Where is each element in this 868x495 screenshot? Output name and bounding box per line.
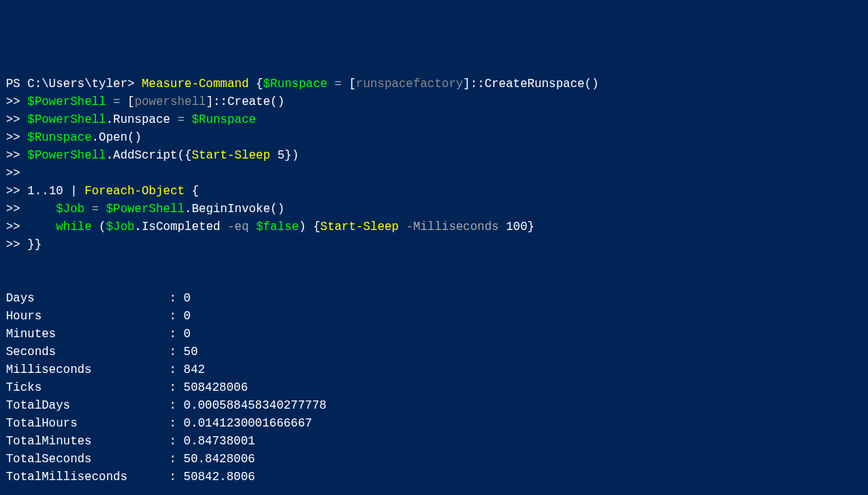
num-100: 100 <box>506 220 527 234</box>
num-10: 10 <box>49 185 63 198</box>
prop-runspace: Runspace <box>113 113 170 127</box>
rbrace: } <box>34 238 42 252</box>
output-key: Ticks <box>6 379 162 397</box>
output-sep: : <box>162 399 184 412</box>
assign-op: = <box>177 113 184 127</box>
output-row-totalminutes: TotalMinutes : 0.84738001 <box>6 435 255 448</box>
dot: . <box>184 202 192 216</box>
output-value: 50.8428006 <box>184 453 255 466</box>
output-row-totalhours: TotalHours : 0.0141230001666667 <box>6 417 312 430</box>
lparen: ( <box>127 131 135 144</box>
lbrace: { <box>184 149 192 162</box>
method-create: Create <box>228 95 271 109</box>
output-row-ticks: Ticks : 508428006 <box>6 381 248 395</box>
rbrace: } <box>285 149 292 162</box>
double-colon: :: <box>470 77 484 91</box>
output-value: 0 <box>184 328 191 341</box>
output-row-milliseconds: Milliseconds : 842 <box>6 363 205 377</box>
cmdlet-start-sleep: Start-Sleep <box>321 220 399 234</box>
output-sep: : <box>162 292 184 305</box>
method-addscript: AddScript <box>113 149 177 162</box>
num-1: 1 <box>28 185 35 198</box>
var-runspace: $Runspace <box>28 131 91 144</box>
output-row-minutes: Minutes : 0 <box>6 328 190 341</box>
rbrace: } <box>527 220 535 234</box>
method-createrunspace: CreateRunspace <box>484 77 584 91</box>
output-key: TotalSeconds <box>6 450 162 468</box>
cmdlet-foreach-object: Foreach-Object <box>85 185 184 198</box>
cmdlet-measure-command: Measure-Command <box>141 77 248 91</box>
assign-op: = <box>91 202 99 216</box>
lbracket: [ <box>127 95 135 109</box>
line-5: >> $PowerShell.AddScript({Start-Sleep 5}… <box>6 149 299 162</box>
output-key: TotalDays <box>6 397 162 415</box>
output-sep: : <box>162 470 184 484</box>
var-powershell: $PowerShell <box>28 149 106 162</box>
output-sep: : <box>162 381 184 395</box>
type-powershell: powershell <box>135 95 206 109</box>
var-powershell: $PowerShell <box>28 113 106 127</box>
output-sep: : <box>162 310 184 323</box>
continuation-prompt: >> <box>6 131 20 144</box>
double-colon: :: <box>213 95 228 109</box>
rparen: ) <box>277 95 285 109</box>
prompt-path: C:\Users\tyler> <box>28 77 135 91</box>
param-milliseconds: -Milliseconds <box>406 220 499 234</box>
lparen: ( <box>270 202 277 216</box>
method-open: Open <box>99 131 127 144</box>
line-9: >> while ($Job.IsCompleted -eq $false) {… <box>6 220 535 234</box>
output-key: Seconds <box>6 343 162 361</box>
line-1: PS C:\Users\tyler> Measure-Command {$Run… <box>6 77 599 91</box>
line-10: >> }} <box>6 238 42 252</box>
continuation-prompt: >> <box>6 238 20 252</box>
continuation-prompt: >> <box>6 95 20 109</box>
assign-op: = <box>335 77 342 91</box>
lbracket: [ <box>349 77 356 91</box>
range-dots: .. <box>34 185 48 198</box>
output-sep: : <box>162 435 184 448</box>
output-sep: : <box>162 345 184 359</box>
op-eq: -eq <box>228 220 249 234</box>
output-value: 0 <box>184 292 191 305</box>
var-powershell: $PowerShell <box>28 95 106 109</box>
var-runspace: $Runspace <box>263 77 327 91</box>
output-value: 0 <box>184 310 191 323</box>
ps-label: PS <box>6 77 28 91</box>
line-4: >> $Runspace.Open() <box>6 131 141 144</box>
output-row-totaldays: TotalDays : 0.000588458340277778 <box>6 399 327 412</box>
output-sep: : <box>162 363 184 377</box>
type-runspacefactory: runspacefactory <box>356 77 463 91</box>
line-6: >> <box>6 167 20 180</box>
output-sep: : <box>162 417 184 430</box>
terminal[interactable]: PS C:\Users\tyler> Measure-Command {$Run… <box>6 75 862 486</box>
line-2: >> $PowerShell = [powershell]::Create() <box>6 95 285 109</box>
continuation-prompt: >> <box>6 149 20 162</box>
dot: . <box>106 113 113 127</box>
line-8: >> $Job = $PowerShell.BeginInvoke() <box>6 202 285 216</box>
cmdlet-start-sleep: Start-Sleep <box>192 149 271 162</box>
output-value: 0.84738001 <box>184 435 255 448</box>
continuation-prompt: >> <box>6 202 20 216</box>
rparen: ) <box>135 131 142 144</box>
continuation-prompt: >> <box>6 167 20 180</box>
output-row-days: Days : 0 <box>6 292 190 305</box>
lbrace: { <box>256 77 263 91</box>
rbrace: } <box>28 238 35 252</box>
output-row-totalmilliseconds: TotalMilliseconds : 50842.8006 <box>6 470 255 484</box>
lbrace: { <box>192 185 199 198</box>
output-key: Milliseconds <box>6 361 162 379</box>
rbracket: ] <box>206 95 213 109</box>
continuation-prompt: >> <box>6 220 20 234</box>
lparen: ( <box>585 77 592 91</box>
output-key: Days <box>6 290 162 307</box>
output-value: 0.0141230001666667 <box>184 417 312 430</box>
line-3: >> $PowerShell.Runspace = $Runspace <box>6 113 256 127</box>
output-row-hours: Hours : 0 <box>6 310 190 323</box>
output-value: 50842.8006 <box>184 470 255 484</box>
var-runspace: $Runspace <box>192 113 256 127</box>
var-job: $Job <box>106 220 134 234</box>
lbrace: { <box>313 220 321 234</box>
prop-iscompleted: IsCompleted <box>141 220 220 234</box>
rbracket: ] <box>463 77 471 91</box>
output-sep: : <box>162 453 184 466</box>
